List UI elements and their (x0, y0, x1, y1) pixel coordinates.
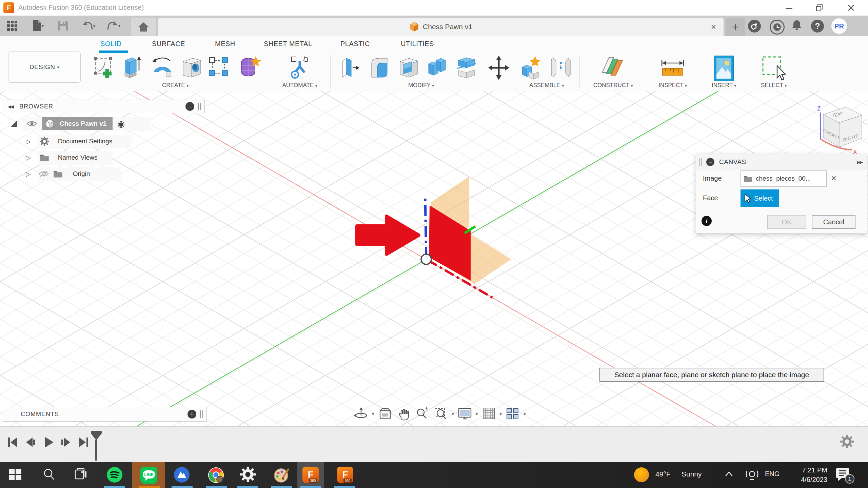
close-tab-icon[interactable]: × (711, 22, 716, 32)
comments-grip[interactable] (200, 410, 203, 418)
weather-sun-icon[interactable] (634, 467, 649, 482)
job-status-button[interactable] (770, 20, 785, 35)
grid-caret-icon[interactable]: ▾ (500, 411, 502, 416)
ok-button[interactable]: OK (767, 215, 806, 229)
viewports-tool[interactable] (505, 406, 520, 422)
new-tab-button[interactable]: + (726, 18, 745, 36)
home-view-button[interactable] (131, 18, 156, 36)
timeline-step-back-button[interactable] (23, 435, 39, 450)
taskbar-line-icon[interactable]: LINE (140, 467, 157, 484)
group-label-assemble[interactable]: ASSEMBLE ▾ (529, 82, 564, 89)
new-component-button[interactable] (521, 56, 546, 80)
zoom-tool[interactable] (415, 406, 430, 422)
origin-point[interactable] (421, 254, 431, 264)
construct-plane-button[interactable] (600, 56, 627, 80)
remove-image-icon[interactable]: × (831, 173, 836, 184)
taskbar-search-button[interactable] (41, 467, 57, 482)
taskbar-settings-icon[interactable] (240, 467, 256, 482)
tray-camera-icon[interactable] (745, 468, 760, 482)
face-select-button[interactable]: Select (741, 189, 779, 207)
start-button[interactable] (7, 467, 23, 482)
selected-node[interactable]: Chess Pawn v1 (42, 117, 113, 130)
grid-settings-tool[interactable] (481, 406, 497, 422)
taskbar-chrome-icon[interactable] (208, 467, 224, 484)
canvas-dialog-header[interactable]: – CANVAS ▶▶ (696, 154, 867, 170)
expander-icon[interactable]: ▷ (26, 170, 31, 178)
add-comment-icon[interactable]: + (188, 410, 196, 419)
taskbar-blue-app-icon[interactable] (174, 467, 190, 483)
pan-tool[interactable] (396, 406, 412, 422)
timeline-play-button[interactable] (41, 435, 56, 450)
taskbar-spotify-icon[interactable] (106, 467, 123, 483)
tray-language[interactable]: ENG (765, 470, 780, 478)
browser-header[interactable]: ◀◀ BROWSER – (3, 100, 205, 113)
orbit-tool[interactable] (353, 406, 369, 422)
group-label-insert[interactable]: INSERT ▾ (712, 82, 736, 89)
avatar[interactable]: PR (831, 18, 847, 34)
comments-header[interactable]: COMMENTS + (3, 407, 207, 422)
press-pull-button[interactable] (340, 56, 360, 80)
zoom-window-tool[interactable] (433, 406, 449, 422)
timeline-marker[interactable] (86, 430, 106, 461)
group-label-automate[interactable]: AUTOMATE ▾ (282, 82, 317, 89)
timeline-settings-gear-icon[interactable] (840, 435, 854, 448)
app-launcher-button[interactable] (4, 16, 20, 36)
document-tab[interactable]: Chess Pawn v1 × (158, 18, 724, 36)
tree-row-named-views[interactable]: ▷ Named Views (0, 151, 98, 164)
split-body-button[interactable] (456, 56, 477, 80)
minimize-dialog-icon[interactable]: – (706, 158, 714, 166)
fillet-button[interactable] (369, 56, 390, 80)
z-axis-selected[interactable] (425, 197, 426, 258)
measure-button[interactable] (660, 56, 686, 80)
taskbar-paint-icon[interactable] (273, 467, 290, 484)
display-settings-tool[interactable] (457, 406, 473, 422)
dialog-grip[interactable] (699, 158, 702, 166)
timeline-step-forward-button[interactable] (58, 435, 74, 450)
timeline-skip-start-button[interactable] (5, 435, 21, 450)
visibility-off-icon[interactable] (38, 170, 49, 178)
shell-button[interactable] (398, 56, 419, 80)
redo-button[interactable]: ▾ (102, 16, 125, 36)
activate-component-icon[interactable]: ◉ (117, 119, 125, 129)
create-form-button[interactable] (238, 56, 261, 80)
minimize-button[interactable] (777, 0, 801, 15)
tray-clock[interactable]: 7:21 PM 4/6/2023 (788, 465, 827, 484)
group-label-select[interactable]: SELECT ▾ (761, 82, 787, 89)
expander-icon[interactable]: ▷ (26, 154, 31, 161)
tab-surface[interactable]: SURFACE (152, 40, 185, 48)
display-caret-icon[interactable]: ▾ (476, 411, 478, 416)
select-button[interactable] (762, 56, 789, 81)
look-at-tool[interactable] (377, 406, 393, 422)
taskbar-fusion-icon-2[interactable]: F 360 (337, 467, 353, 483)
restore-button[interactable] (808, 0, 831, 15)
tree-row-document-settings[interactable]: ▷ Document Settings (0, 135, 112, 148)
tab-solid[interactable]: SOLID (100, 40, 122, 48)
tree-row-origin[interactable]: ▷ Origin (0, 167, 90, 180)
viewports-caret-icon[interactable]: ▾ (524, 411, 526, 416)
zoom-window-caret-icon[interactable]: ▾ (452, 411, 454, 416)
tab-mesh[interactable]: MESH (215, 40, 235, 48)
group-label-modify[interactable]: MODIFY ▾ (408, 82, 434, 89)
combine-button[interactable] (427, 56, 449, 80)
taskbar-fusion-icon[interactable]: F 360 (302, 467, 319, 483)
group-label-create[interactable]: CREATE ▾ (162, 82, 189, 89)
minimize-browser-icon[interactable]: – (185, 102, 194, 111)
browser-grip[interactable] (198, 103, 201, 110)
tab-plastic[interactable]: PLASTIC (340, 40, 370, 48)
tree-row-root[interactable]: Chess Pawn v1 ◉ (0, 117, 125, 130)
group-label-construct[interactable]: CONSTRUCT ▾ (593, 82, 633, 89)
joint-button[interactable] (550, 56, 572, 80)
extrude-button[interactable] (122, 56, 144, 80)
insert-canvas-button[interactable] (712, 56, 736, 81)
create-sketch-button[interactable] (94, 56, 115, 80)
tab-sheet-metal[interactable]: SHEET METAL (264, 40, 312, 48)
group-label-inspect[interactable]: INSPECT ▾ (658, 82, 687, 89)
view-cube[interactable]: TOP FRONT RIGHT Z X (810, 98, 868, 157)
hole-button[interactable] (181, 56, 203, 80)
canvas-dialog[interactable]: – CANVAS ▶▶ Image chess_pieces_00... × F… (696, 154, 867, 234)
action-center-button[interactable]: 1 (835, 466, 856, 485)
visibility-eye-icon[interactable] (26, 120, 37, 127)
info-icon[interactable]: i (702, 216, 712, 226)
undo-button[interactable]: ▾ (77, 16, 100, 36)
expand-dialog-icon[interactable]: ▶▶ (857, 160, 862, 165)
